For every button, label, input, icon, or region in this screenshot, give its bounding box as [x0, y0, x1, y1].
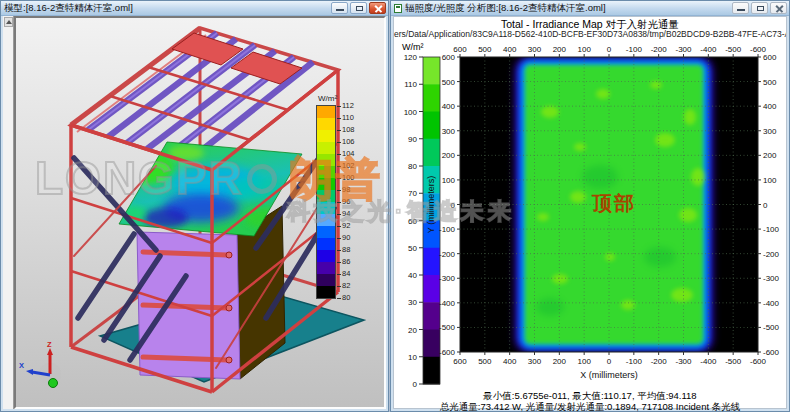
x-tick-label-bottom: -500 [725, 357, 742, 366]
y-tick-label-right: -300 [763, 274, 780, 283]
x-tick-label-top: 300 [528, 45, 542, 54]
minimize-icon [737, 9, 745, 11]
x-tick-label-top: -500 [725, 45, 742, 54]
y-tick-label-left: 600 [442, 53, 456, 62]
y-tick-label-right: -100 [763, 225, 780, 234]
model-window-content: Z X W/m² 1121101081061041021009896949290… [3, 16, 386, 409]
legend-tick-label: 80 [337, 293, 350, 302]
y-tick-label-left: 400 [442, 102, 456, 111]
legend-band [317, 238, 335, 250]
colorbar-tick-label: 80 [408, 162, 417, 171]
colorbar-tick-label: 40 [408, 271, 417, 280]
restore-button[interactable] [751, 2, 768, 14]
x-tick-label-top: 400 [503, 45, 517, 54]
legend-tick-label: 108 [337, 125, 355, 134]
irradiance-map-plot[interactable]: W/m²120110100908070605040302010060060050… [394, 41, 790, 393]
model-legend-colorbar [316, 105, 336, 299]
minimize-icon [336, 9, 344, 11]
y-axis-label: Y (millimeters) [426, 176, 436, 233]
legend-band [317, 130, 335, 142]
x-tick-label-bottom: -200 [651, 357, 668, 366]
x-tick-label-top: -400 [700, 45, 717, 54]
model-3d-viewport[interactable]: Z X W/m² 1121101081061041021009896949290… [14, 16, 386, 409]
legend-band [317, 142, 335, 154]
legend-band [317, 202, 335, 214]
x-tick-label-bottom: 500 [478, 357, 492, 366]
colorbar-tick-label: 70 [408, 189, 417, 198]
restore-button[interactable] [350, 2, 367, 14]
x-tick-label-bottom: 0 [607, 357, 612, 366]
y-tick-label-right: 200 [763, 151, 777, 160]
y-tick-label-left: 0 [451, 201, 456, 210]
colorbar-tick-label: 90 [408, 135, 417, 144]
colorbar-tick-label: 100 [404, 108, 418, 117]
legend-tick-label: 106 [337, 137, 355, 146]
minimize-button[interactable] [732, 2, 749, 14]
legend-band [317, 262, 335, 274]
colorbar-tick-label: 10 [408, 353, 417, 362]
x-tick-label-bottom: 200 [553, 357, 567, 366]
map-stats-line2: 总光通量:73.412 W, 光通量/发射光通量:0.1894, 717108 … [394, 401, 786, 412]
x-tick-label-bottom: -400 [700, 357, 717, 366]
y-tick-label-right: 100 [763, 176, 777, 185]
y-tick-label-left: -500 [439, 323, 456, 332]
legend-tick-label: 102 [337, 161, 355, 170]
legend-band [317, 250, 335, 262]
y-tick-label-right: -200 [763, 250, 780, 259]
legend-tick-label: 112 [337, 101, 354, 110]
irradiance-window: 辐照度/光照度 分析图:[8.16-2查特精体汗室.oml] Total - I… [390, 0, 790, 412]
colorbar-tick-label: 120 [404, 53, 418, 62]
legend-band [317, 226, 335, 238]
y-tick-label-right: -400 [763, 299, 780, 308]
y-tick-label-left: -300 [439, 274, 456, 283]
colorbar-title: W/m² [402, 42, 424, 52]
legend-tick-label: 88 [337, 245, 350, 254]
colorbar-tick-label: 60 [408, 217, 417, 226]
caret-up-icon [6, 20, 12, 24]
legend-tick-label: 96 [337, 197, 350, 206]
y-tick-label-left: -600 [439, 348, 456, 357]
model-legend: W/m² 11211010810610410210098969492908886… [316, 94, 366, 301]
y-tick-label-left: -400 [439, 299, 456, 308]
y-tick-label-left: 100 [442, 176, 456, 185]
y-tick-label-right: -500 [763, 323, 780, 332]
x-tick-label-bottom: 400 [503, 357, 517, 366]
legend-tick-label: 82 [337, 281, 350, 290]
close-button[interactable] [770, 2, 787, 14]
y-tick-label-right: -600 [763, 348, 780, 357]
irradiance-window-titlebar[interactable]: 辐照度/光照度 分析图:[8.16-2查特精体汗室.oml] [391, 1, 789, 16]
legend-tick-label: 98 [337, 185, 350, 194]
legend-tick-label: 92 [337, 221, 350, 230]
model-window-titlebar[interactable]: 模型:[8.16-2查特精体汗室.oml] [1, 1, 388, 16]
x-tick-label-top: 100 [577, 45, 591, 54]
triad-x-label: X [19, 361, 24, 370]
y-tick-label-left: 200 [442, 151, 456, 160]
irradiance-window-title: 辐照度/光照度 分析图:[8.16-2查特精体汗室.oml] [405, 2, 606, 15]
legend-band [317, 190, 335, 202]
y-tick-label-right: 300 [763, 127, 777, 136]
close-button[interactable] [369, 2, 386, 14]
y-tick-label-right: 600 [763, 53, 777, 62]
map-file-path: ers/Data/Application/83C9A118-D562-410D-… [394, 29, 786, 39]
x-axis-label: X (millimeters) [580, 370, 638, 380]
legend-band [317, 178, 335, 190]
colorbar-tick-label: 30 [408, 298, 417, 307]
map-annotation: 顶部 [591, 192, 636, 214]
colorbar-tick-label: 110 [404, 80, 417, 89]
x-tick-label-top: 0 [607, 45, 612, 54]
y-tick-label-left: 500 [442, 78, 456, 87]
irradiance-window-content: Total - Irradiance Map 对于入射光通量 ers/Data/… [393, 16, 787, 409]
x-tick-label-top: 500 [478, 45, 492, 54]
x-tick-label-top: -200 [651, 45, 668, 54]
legend-band [317, 166, 335, 178]
collapse-panel-button[interactable] [4, 17, 13, 27]
restore-icon [757, 6, 764, 11]
x-tick-label-top: -300 [675, 45, 692, 54]
app-workspace: 模型:[8.16-2查特精体汗室.oml] [0, 0, 790, 412]
legend-tick-label: 86 [337, 257, 350, 266]
legend-tick-label: 110 [337, 113, 354, 122]
legend-band [317, 118, 335, 130]
colorbar-tick-label: 20 [408, 326, 417, 335]
minimize-button[interactable] [331, 2, 348, 14]
y-tick-label-left: -200 [439, 250, 456, 259]
